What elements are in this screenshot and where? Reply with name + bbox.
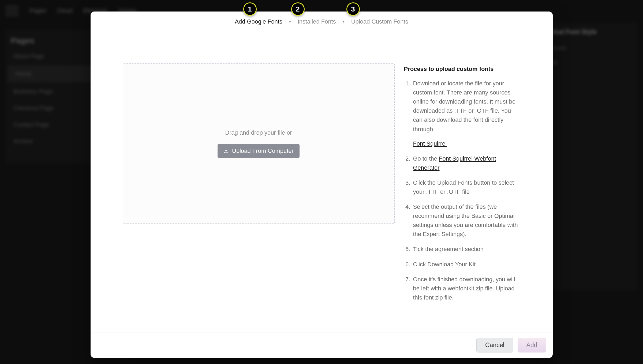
font-squirrel-link[interactable]: Font Squirrel [413,140,447,147]
tab-add-google-fonts[interactable]: Add Google Fonts [235,18,282,25]
instructions-panel: Process to upload custom fonts Download … [404,63,521,308]
cancel-button[interactable]: Cancel [476,338,513,352]
instruction-step-4: Select the output of the files (we recom… [412,202,521,239]
fonts-modal: 1 2 3 Add Google Fonts Installed Fonts U… [91,12,553,358]
tab-separator-dot [343,21,344,22]
instruction-step-3: Click the Upload Fonts button to select … [412,178,521,196]
font-dropzone[interactable]: Drag and drop your file or Upload From C… [123,63,395,224]
instruction-step-2: Go to the Font Squirrel Webfont Generato… [412,154,521,172]
annotation-badge-1: 1 [243,2,257,16]
upload-from-computer-button[interactable]: Upload From Computer [218,144,300,158]
tab-separator-dot [289,21,291,22]
modal-overlay: 1 2 3 Add Google Fonts Installed Fonts U… [0,0,643,364]
modal-body: Drag and drop your file or Upload From C… [91,31,553,332]
add-button[interactable]: Add [518,338,546,352]
dropzone-label: Drag and drop your file or [225,129,292,136]
instructions-list: Download or locate the file for your cus… [404,79,521,302]
modal-footer: Cancel Add [91,332,553,358]
modal-tabs: 1 2 3 Add Google Fonts Installed Fonts U… [91,12,553,31]
annotation-badge-2: 2 [291,2,305,16]
instruction-step-7: Once it's finished downloading, you will… [412,275,521,302]
instruction-step-5: Tick the agreement section [412,245,521,254]
tab-installed-fonts[interactable]: Installed Fonts [298,18,336,25]
upload-button-label: Upload From Computer [232,147,294,154]
upload-icon [223,148,229,154]
instructions-title: Process to upload custom fonts [404,66,521,73]
tab-upload-custom-fonts[interactable]: Upload Custom Fonts [351,18,408,25]
instruction-step-6: Click Download Your Kit [412,260,521,269]
annotation-badge-3: 3 [346,2,360,16]
instruction-step-1: Download or locate the file for your cus… [412,79,521,148]
